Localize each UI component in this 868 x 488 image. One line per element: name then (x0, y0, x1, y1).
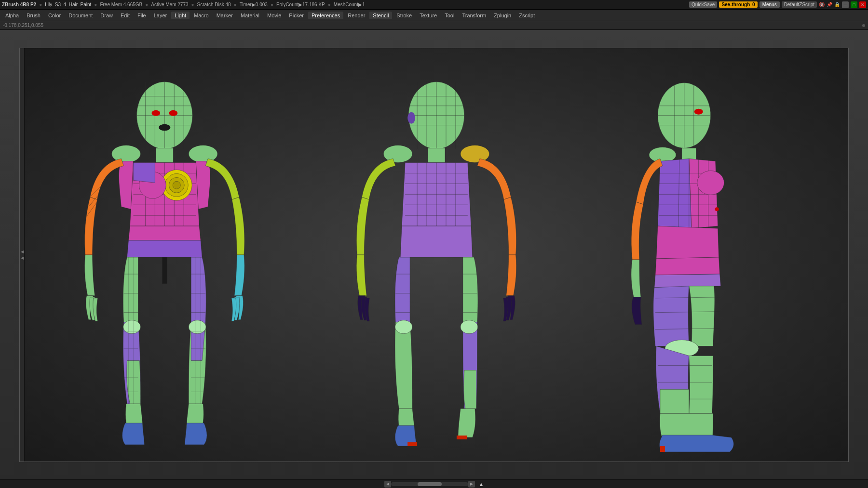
viewport-area[interactable]: ◀ ◀ (0, 30, 868, 479)
left-arrow2[interactable]: ◀ (21, 256, 24, 260)
separator4: ● (191, 2, 194, 7)
scroll-track[interactable] (391, 482, 468, 486)
svg-point-96 (697, 171, 724, 195)
menu-document[interactable]: Document (65, 12, 96, 19)
audio-icon: 🔇 (819, 2, 825, 7)
separator7: ● (328, 2, 331, 7)
close-button[interactable]: ✕ (859, 1, 866, 8)
svg-point-70 (461, 320, 478, 333)
svg-point-53 (407, 112, 415, 123)
separator: ● (39, 2, 42, 7)
left-arrow[interactable]: ◀ (21, 250, 24, 254)
separator5: ● (234, 2, 237, 7)
model-svg (25, 48, 848, 462)
expand-icon[interactable]: ▲ (479, 481, 484, 487)
menu-stencil[interactable]: Stencil (369, 12, 392, 19)
title-right: QuickSave See-through 0 Menus DefaultZSc… (689, 1, 866, 8)
menu-material[interactable]: Material (237, 12, 263, 19)
menu-brush[interactable]: Brush (23, 12, 44, 19)
bottom-bar: ◀ ▶ ▲ (0, 479, 868, 488)
default-zscript-button[interactable]: DefaultZScript (782, 1, 817, 8)
svg-rect-101 (660, 446, 665, 452)
separator2: ● (94, 2, 97, 7)
coordinates: -0.178,0.251,0.055 (3, 23, 43, 28)
menu-bar: Alpha Brush Color Document Draw Edit Fil… (0, 10, 868, 21)
maximize-button[interactable]: □ (851, 1, 857, 8)
title-info: ZBrush 4R8 P2 ● Lily_S3_4_Hair_Paint ● F… (2, 2, 685, 7)
svg-rect-67 (407, 442, 417, 446)
menu-render[interactable]: Render (344, 12, 368, 19)
see-through-button[interactable]: See-through 0 (719, 1, 757, 8)
canvas-area[interactable] (25, 48, 848, 462)
menu-texture[interactable]: Texture (416, 12, 440, 19)
menu-alpha[interactable]: Alpha (2, 12, 22, 19)
menu-zscript[interactable]: Zscript (515, 12, 538, 19)
quicksave-button[interactable]: QuickSave (689, 1, 717, 8)
coord-dot (862, 24, 865, 27)
file-name: Lily_S3_4_Hair_Paint (45, 2, 91, 7)
pin-icon: 📌 (827, 2, 832, 7)
scratch-disk: Scratch Disk 48 (197, 2, 231, 7)
svg-point-12 (169, 110, 177, 116)
svg-point-11 (151, 110, 160, 116)
title-bar: ZBrush 4R8 P2 ● Lily_S3_4_Hair_Paint ● F… (0, 0, 868, 10)
menu-movie[interactable]: Movie (264, 12, 285, 19)
active-mem: Active Mem 2773 (151, 2, 188, 7)
menu-picker[interactable]: Picker (285, 12, 307, 19)
menu-marker[interactable]: Marker (213, 12, 236, 19)
menu-stroke[interactable]: Stroke (393, 12, 415, 19)
menu-tool[interactable]: Tool (441, 12, 458, 19)
minimize-button[interactable]: ─ (842, 1, 849, 8)
svg-point-13 (159, 124, 170, 131)
viewport-border: ◀ ◀ (19, 48, 849, 462)
separator3: ● (145, 2, 148, 7)
svg-point-102 (715, 207, 719, 211)
scroll-thumb[interactable] (418, 482, 442, 486)
separator6: ● (271, 2, 273, 7)
menu-macro[interactable]: Macro (190, 12, 212, 19)
menu-edit[interactable]: Edit (117, 12, 133, 19)
menu-color[interactable]: Color (45, 12, 64, 19)
svg-rect-54 (428, 148, 445, 162)
poly-count: PolyCount▶17.186 KP (276, 2, 325, 7)
menu-layer[interactable]: Layer (150, 12, 171, 19)
menu-transform[interactable]: Transform (459, 12, 489, 19)
svg-point-69 (395, 320, 412, 333)
lock-icon: 🔒 (834, 2, 840, 7)
menu-preferences[interactable]: Preferences (308, 12, 343, 19)
menu-file[interactable]: File (134, 12, 149, 19)
menus-button[interactable]: Menus (760, 1, 780, 8)
menu-light[interactable]: Light (171, 12, 190, 19)
scroll-right-arrow[interactable]: ▶ (468, 481, 475, 488)
timer: Timer▶0.003 (240, 2, 268, 7)
menu-draw[interactable]: Draw (97, 12, 116, 19)
svg-point-30 (173, 181, 180, 189)
mesh-count: MeshCount▶1 (334, 2, 365, 7)
svg-rect-14 (156, 148, 173, 162)
scroll-left-arrow[interactable]: ◀ (384, 481, 391, 488)
left-panel: ◀ ◀ (20, 48, 25, 462)
svg-point-84 (694, 108, 703, 114)
menu-zplugin[interactable]: Zplugin (490, 12, 515, 19)
svg-rect-68 (457, 435, 467, 439)
app-name: ZBrush 4R8 P2 (2, 2, 36, 7)
coord-bar: -0.178,0.251,0.055 (0, 21, 868, 30)
free-mem: Free Mem 4.665GB (100, 2, 142, 7)
